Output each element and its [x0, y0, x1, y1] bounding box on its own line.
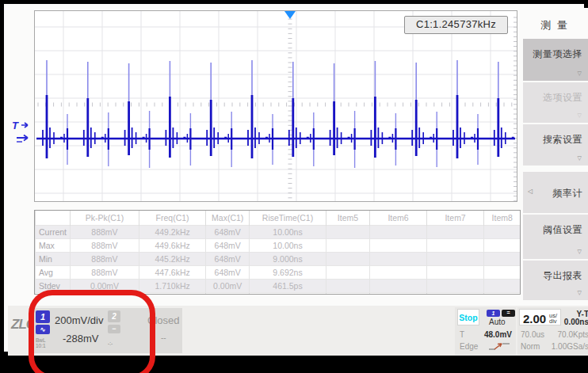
- timebase-value: 2.00: [523, 312, 546, 325]
- sidebar-item-label: 选项设置: [543, 91, 582, 105]
- table-cell: 449.2kHz: [139, 226, 206, 239]
- channel1-badge: 1: [36, 310, 50, 323]
- measurement-table: Pk-Pk(C1)Freq(C1)Max(C1)RiseTime(C1)Item…: [34, 210, 521, 295]
- table-cell: 9.692ns: [250, 266, 326, 280]
- column-header: Freq(C1): [139, 211, 206, 226]
- table-cell: [484, 293, 520, 295]
- table-cell: [426, 226, 484, 239]
- table-cell: [370, 280, 427, 293]
- channel1-scale: 200mV/div: [55, 314, 103, 326]
- table-cell: 0.00mV: [206, 280, 250, 293]
- trigger-level-value: 48.0mV: [484, 330, 512, 339]
- frequency-readout: C1:1.245737kHz: [404, 16, 508, 34]
- trigger-t-glyph: T: [12, 120, 19, 131]
- table-cell: [326, 226, 370, 239]
- table-row: Max888mV449.6kHz648mV10.00ns: [36, 239, 521, 253]
- table-cell: [326, 239, 370, 253]
- column-header: Max(C1): [206, 211, 250, 226]
- status-bar: ZLG® 1 ∿ BwL10:1 200mV/div -288mV 2 − -:…: [8, 306, 588, 356]
- trigger-mode[interactable]: Auto: [489, 318, 506, 326]
- sidebar-item-5[interactable]: 阈值设置▽: [523, 215, 588, 259]
- table-cell: 888mV: [70, 226, 139, 239]
- chevron-left-icon: ◁: [528, 188, 533, 195]
- table-cell: [426, 239, 484, 253]
- table-cell: 9.000ns: [250, 253, 326, 266]
- table-cell: [484, 266, 520, 280]
- table-cell: 13: [250, 293, 326, 295]
- table-cell: 10.00ns: [250, 226, 326, 239]
- trigger-position-marker[interactable]: [284, 11, 296, 19]
- table-cell: [426, 293, 484, 295]
- sidebar-item-label: 频率计: [553, 187, 583, 200]
- table-cell: 447.6kHz: [139, 266, 206, 280]
- sidebar-item-4[interactable]: 频率计◁: [523, 172, 588, 213]
- table-row: Current888mV449.2kHz648mV10.00ns: [36, 226, 521, 239]
- table-cell: 1: [70, 293, 139, 295]
- waveform-svg: [35, 11, 517, 201]
- column-header: Item8: [484, 211, 520, 226]
- table-cell: 888mV: [70, 239, 139, 253]
- table-cell: 1.710kHz: [139, 280, 206, 293]
- table-cell: 648mV: [206, 239, 250, 253]
- sidebar-item-1[interactable]: 测量项选择▽: [523, 39, 588, 81]
- measure-menu-sidebar: 测 量 测量项选择▽选项设置▽搜索设置▽频率计◁阈值设置▽导出报表▽: [521, 8, 588, 306]
- row-label: Min: [36, 253, 71, 266]
- timebase-scale-box[interactable]: 2.00 us/ div: [519, 309, 561, 325]
- table-cell: 888mV: [70, 253, 139, 266]
- column-header: RiseTime(C1): [250, 211, 326, 226]
- table-cell: 12: [139, 293, 206, 295]
- channel2-off-badge: =: [502, 310, 515, 317]
- rising-edge-icon: [488, 341, 510, 352]
- row-label: Avg: [36, 266, 71, 280]
- table-row: Min888mV445.2kHz648mV9.000ns: [36, 253, 521, 266]
- channel1-bandwidth-label: BwL10:1: [36, 337, 46, 348]
- table-cell: 0.00mV: [70, 280, 139, 293]
- table-cell: [326, 293, 370, 295]
- channel2-probe-label: -:-: [108, 341, 113, 346]
- table-cell: [370, 239, 427, 253]
- channel1-coupling-icon: ∿: [36, 325, 50, 334]
- table-cell: 461.5ps: [250, 280, 326, 293]
- trigger-delay: 0.00ns: [564, 318, 588, 326]
- sidebar-item-label: 阈值设置: [543, 223, 582, 237]
- channel1-level-arrow-icon: [17, 135, 28, 141]
- table-cell: [484, 280, 520, 293]
- table-cell: 449.6kHz: [139, 239, 206, 253]
- table-header-row: Pk-Pk(C1)Freq(C1)Max(C1)RiseTime(C1)Item…: [36, 211, 521, 226]
- table-cell: 648mV: [206, 266, 250, 280]
- sample-rate: 1.00GSa/s: [552, 342, 588, 351]
- table-cell: 1: [206, 293, 250, 295]
- column-header: Pk-Pk(C1): [70, 211, 139, 226]
- trigger-level-label: T: [460, 330, 464, 339]
- table-cell: [370, 253, 427, 266]
- row-label: Stdev: [36, 280, 71, 293]
- table-row: Avg888mV447.6kHz648mV9.692ns: [36, 266, 521, 280]
- chevron-down-icon: ▽: [578, 112, 582, 119]
- row-label: Current: [36, 226, 71, 239]
- sidebar-item-3[interactable]: 搜索设置▽: [523, 124, 588, 166]
- channel1-offset: -288mV: [63, 333, 99, 344]
- run-stop-indicator[interactable]: Stop: [457, 309, 479, 325]
- table-cell: [426, 253, 484, 266]
- acquire-mode: Norm: [521, 342, 540, 351]
- sidebar-item-2[interactable]: 选项设置▽: [523, 82, 588, 123]
- table-cell: [484, 239, 520, 253]
- channel2-status: Closed: [147, 314, 179, 326]
- record-points: 70.0Kpts: [558, 330, 588, 339]
- table-cell: 445.2kHz: [139, 253, 206, 266]
- oscilloscope-window: C1:1.245737kHz T Pk-Pk(C1)Freq(C1)Max(C1…: [0, 0, 588, 373]
- table-cell: 648mV: [206, 253, 250, 266]
- table-cell: [370, 266, 427, 280]
- sidebar-item-6[interactable]: 导出报表▽: [523, 261, 588, 300]
- chevron-down-icon: ▽: [578, 70, 582, 77]
- channel-panel: 1 ∿ BwL10:1 200mV/div -288mV 2 − -:- Clo…: [34, 308, 182, 353]
- main-content-area: C1:1.245737kHz T Pk-Pk(C1)Freq(C1)Max(C1…: [4, 4, 584, 352]
- trigger-level-marker[interactable]: T: [10, 119, 34, 146]
- sidebar-item-label: 搜索设置: [543, 133, 582, 147]
- table-cell: [370, 293, 427, 295]
- row-label: Max: [36, 239, 71, 253]
- sidebar-item-label: 测量项选择: [533, 48, 583, 61]
- trigger-arrow-icon: [21, 123, 28, 128]
- waveform-display[interactable]: [34, 10, 517, 202]
- trigger-status-group: Stop 1 = Auto T 48.0mV Edge: [455, 307, 516, 355]
